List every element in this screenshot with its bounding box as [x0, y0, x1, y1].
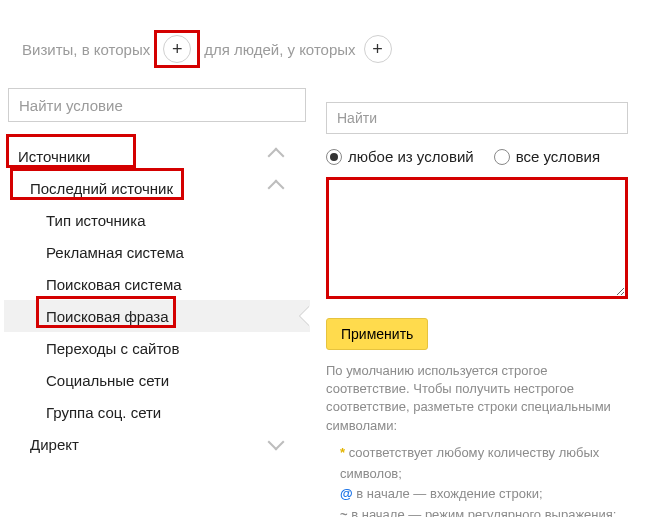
chevron-down-icon: [268, 434, 285, 451]
help-desc: в начале — режим регулярного выражения;: [348, 507, 617, 517]
tree-item-social-networks[interactable]: Социальные сети: [4, 364, 310, 396]
conditions-tree: Источники Последний источник Тип источни…: [4, 140, 310, 460]
radio-icon: [494, 149, 510, 165]
condition-editor-panel: любое из условий все условия Применить П…: [310, 88, 640, 517]
segment-builder-bar: Визиты, в которых + для людей, у которых…: [0, 0, 666, 88]
match-mode-radio-group: любое из условий все условия: [326, 148, 628, 165]
tree-sub-label: Последний источник: [30, 180, 173, 197]
tree-sub-label: Директ: [30, 436, 79, 453]
tree-item-site-referrals[interactable]: Переходы с сайтов: [4, 332, 310, 364]
radio-icon: [326, 149, 342, 165]
add-visit-condition-button[interactable]: +: [163, 35, 191, 63]
help-item: ~ в начале — режим регулярного выражения…: [340, 505, 628, 517]
tree-item-label: Тип источника: [46, 212, 145, 229]
values-search-input[interactable]: [326, 102, 628, 134]
add-user-condition-button[interactable]: +: [364, 35, 392, 63]
radio-all[interactable]: все условия: [494, 148, 600, 165]
tree-item-search-phrase[interactable]: Поисковая фраза: [4, 300, 310, 332]
highlight-plus-1: +: [154, 30, 200, 68]
help-list: * соответствует любому количеству любых …: [326, 443, 628, 517]
tree-item-source-type[interactable]: Тип источника: [4, 204, 310, 236]
tree-item-label: Поисковая фраза: [46, 308, 169, 325]
tree-item-label: Группа соц. сети: [46, 404, 161, 421]
tree-item-social-group[interactable]: Группа соц. сети: [4, 396, 310, 428]
help-symbol: @: [340, 486, 353, 501]
tree-section-sources[interactable]: Источники: [4, 140, 310, 172]
tree-item-search-system[interactable]: Поисковая система: [4, 268, 310, 300]
conditions-tree-panel: Источники Последний источник Тип источни…: [4, 88, 310, 460]
tree-item-label: Социальные сети: [46, 372, 169, 389]
tree-sub-last-source[interactable]: Последний источник: [4, 172, 310, 204]
radio-any-label: любое из условий: [348, 148, 474, 165]
segment-text-visits: Визиты, в которых: [22, 41, 150, 58]
tree-sub-direct[interactable]: Директ: [4, 428, 310, 460]
tree-item-label: Поисковая система: [46, 276, 182, 293]
conditions-textarea[interactable]: [326, 177, 628, 299]
help-item: * соответствует любому количеству любых …: [340, 443, 628, 485]
apply-button[interactable]: Применить: [326, 318, 428, 350]
radio-any[interactable]: любое из условий: [326, 148, 474, 165]
tree-item-label: Рекламная система: [46, 244, 184, 261]
conditions-search-input[interactable]: [8, 88, 306, 122]
tree-item-label: Переходы с сайтов: [46, 340, 179, 357]
help-item: @ в начале — вхождение строки;: [340, 484, 628, 505]
help-symbol: ~: [340, 507, 348, 517]
segment-text-users: для людей, у которых: [204, 41, 355, 58]
help-desc: в начале — вхождение строки;: [353, 486, 543, 501]
tree-section-label: Источники: [18, 148, 90, 165]
selected-pointer-icon: [300, 306, 310, 326]
help-intro-text: По умолчанию используется строгое соотве…: [326, 362, 628, 435]
tree-item-ad-system[interactable]: Рекламная система: [4, 236, 310, 268]
radio-all-label: все условия: [516, 148, 600, 165]
chevron-up-icon: [268, 148, 285, 165]
help-desc: соответствует любому количеству любых си…: [340, 445, 599, 481]
chevron-up-icon: [268, 180, 285, 197]
